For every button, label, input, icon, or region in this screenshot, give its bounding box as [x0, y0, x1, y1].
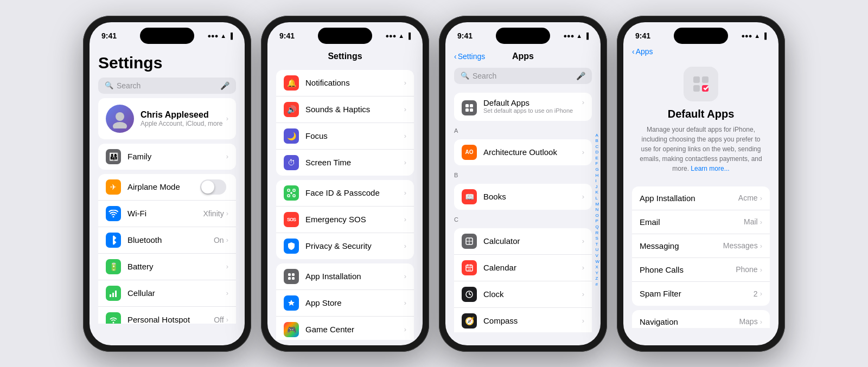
row-default-app-installation[interactable]: App Installation Acme › [632, 186, 770, 210]
row-bluetooth[interactable]: Bluetooth On › [98, 227, 236, 254]
row-notifications[interactable]: 🔔 Notifications › [276, 70, 414, 96]
svg-point-6 [113, 321, 114, 323]
bluetooth-value: On [214, 236, 224, 244]
row-default-apps[interactable]: Default Apps Set default apps to use on … [454, 93, 592, 121]
row-screen-time[interactable]: ⏱ Screen Time › [276, 150, 414, 176]
row-default-email[interactable]: Email Mail › [632, 210, 770, 234]
books-label: Books [483, 192, 582, 201]
row-focus[interactable]: 🌙 Focus › [276, 123, 414, 150]
row-faceid[interactable]: Face ID & Passcode › [276, 180, 414, 207]
wifi-icon-4: ▲ [754, 33, 760, 39]
default-email-label: Email [640, 217, 744, 227]
row-spam-filter[interactable]: Spam Filter 2 › [632, 282, 770, 306]
sounds-icon: 🔊 [284, 102, 299, 117]
app-store-icon [284, 295, 299, 311]
row-cellular[interactable]: Cellular › [98, 280, 236, 307]
architecture-label: Architecture Outlook [483, 147, 582, 157]
row-privacy[interactable]: Privacy & Security › [276, 233, 414, 259]
row-default-messaging[interactable]: Messaging Messages › [632, 234, 770, 258]
search-bar-3[interactable]: 🔍 Search 🎤 [454, 68, 592, 84]
phone-2-content: 🔔 Notifications › 🔊 Sounds & Haptics › 🌙… [267, 66, 423, 340]
row-architecture[interactable]: AO Architecture Outlook › [454, 139, 592, 165]
search-placeholder-1: Search [117, 81, 141, 90]
row-compass[interactable]: 🧭 Compass › [454, 308, 592, 332]
mic-icon-1: 🎤 [220, 81, 229, 90]
app-store-label: App Store [305, 298, 404, 307]
row-clock[interactable]: Clock › [454, 281, 592, 308]
row-navigation[interactable]: Navigation Maps › [632, 310, 770, 328]
app-installation-label: App Installation [305, 272, 404, 281]
status-time-1: 9:41 [101, 31, 117, 40]
learn-more-link[interactable]: Learn more... [691, 165, 729, 172]
signal-icon-1: ●●● [207, 33, 218, 39]
row-calculator[interactable]: Calculator › [454, 228, 592, 255]
row-calendar[interactable]: 28 Calendar › [454, 255, 592, 281]
default-phone-label: Phone Calls [640, 265, 736, 274]
app-installation-chevron: › [404, 272, 406, 280]
default-phone-chevron: › [760, 266, 762, 274]
airplane-toggle[interactable] [200, 179, 226, 195]
calculator-chevron: › [582, 237, 584, 245]
spam-filter-label: Spam Filter [640, 289, 754, 298]
svg-rect-40 [702, 85, 709, 92]
svg-rect-5 [115, 291, 117, 297]
profile-chevron-1: › [226, 114, 228, 123]
row-game-center[interactable]: 🎮 Game Center › [276, 317, 414, 340]
signal-icon-2: ●●● [385, 33, 396, 39]
status-icons-4: ●●● ▲ ▐ [741, 33, 767, 39]
svg-rect-13 [293, 195, 295, 197]
navigation-label: Navigation [640, 317, 739, 326]
default-apps-row-label: Default Apps [483, 98, 582, 107]
default-apps-text: Default Apps Set default apps to use on … [483, 98, 582, 114]
row-books[interactable]: 📖 Books › [454, 184, 592, 210]
row-sounds[interactable]: 🔊 Sounds & Haptics › [276, 96, 414, 123]
architecture-chevron: › [582, 148, 584, 156]
search-icon-1: 🔍 [105, 81, 113, 89]
airplane-icon: ✈ [106, 179, 121, 195]
compass-label: Compass [483, 316, 582, 325]
nav-title-2: Settings [328, 51, 362, 61]
row-emergency-sos[interactable]: SOS Emergency SOS › [276, 207, 414, 233]
cellular-label: Cellular [127, 288, 226, 298]
row-default-phone[interactable]: Phone Calls Phone › [632, 258, 770, 282]
alphabet-index[interactable]: A B C D E F G H I J K L M N O P Q [595, 133, 599, 287]
bluetooth-label: Bluetooth [127, 235, 214, 244]
battery-icon-row: 🔋 [106, 259, 121, 274]
svg-rect-11 [293, 189, 295, 191]
svg-rect-17 [292, 277, 295, 280]
calendar-chevron: › [582, 263, 584, 272]
spam-filter-value: 2 [754, 289, 758, 298]
nav-bar-3: ‹ Settings Apps [445, 49, 601, 66]
section-security: Face ID & Passcode › SOS Emergency SOS › [276, 180, 414, 259]
compass-chevron: › [582, 317, 584, 325]
row-app-store[interactable]: App Store › [276, 290, 414, 317]
books-icon: 📖 [462, 189, 477, 204]
section-header-c: C [445, 214, 601, 224]
bluetooth-chevron: › [226, 236, 228, 244]
svg-rect-25 [470, 108, 473, 112]
game-center-label: Game Center [305, 325, 404, 334]
profile-row-1[interactable]: Chris Appleseed Apple Account, iCloud, m… [98, 98, 236, 139]
game-center-icon: 🎮 [284, 322, 299, 337]
wifi-icon-row [106, 206, 121, 221]
search-bar-1[interactable]: 🔍 Search 🎤 [98, 78, 236, 94]
nav-bar-4: ‹ Apps [623, 49, 778, 56]
row-family[interactable]: 👨‍👩‍👧 Family › [98, 144, 236, 170]
back-settings-button[interactable]: ‹ Settings [454, 52, 485, 61]
section-b: 📖 Books › [454, 184, 592, 210]
phones-container: 9:41 ●●● ▲ ▐ Settings 🔍 Search 🎤 [83, 16, 785, 352]
default-app-installation-chevron: › [760, 194, 762, 202]
back-chevron-icon: ‹ [454, 52, 457, 61]
row-airplane[interactable]: ✈ Airplane Mode [98, 174, 236, 201]
row-hotspot[interactable]: Personal Hotspot Off › [98, 307, 236, 324]
app-installation-icon [284, 269, 299, 284]
family-chevron: › [226, 152, 228, 160]
books-chevron: › [582, 192, 584, 201]
section-notifications: 🔔 Notifications › 🔊 Sounds & Haptics › 🌙… [276, 70, 414, 176]
row-wifi[interactable]: Wi-Fi Xfinity › [98, 201, 236, 227]
row-battery[interactable]: 🔋 Battery › [98, 254, 236, 280]
svg-line-36 [469, 294, 471, 295]
phone-1-content: Settings 🔍 Search 🎤 [90, 49, 245, 324]
default-app-installation-label: App Installation [640, 194, 738, 203]
row-app-installation[interactable]: App Installation › [276, 263, 414, 290]
